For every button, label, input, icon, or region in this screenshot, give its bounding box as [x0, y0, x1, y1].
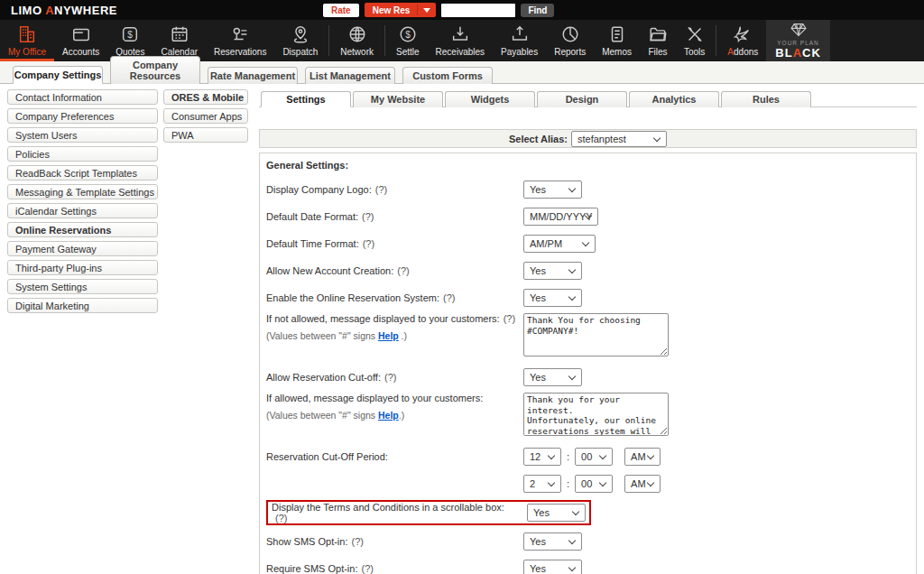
tab-analytics[interactable]: Analytics [629, 91, 719, 107]
nav-receivables[interactable]: Receivables [428, 20, 493, 61]
cut-off-end-ampm-select[interactable]: AM [624, 475, 661, 493]
help-icon[interactable]: (?) [351, 536, 363, 547]
display-company-logo-select[interactable]: Yes [523, 181, 582, 199]
sidebar-item-messaging-template-settings[interactable]: Messaging & Template Settings [7, 184, 158, 199]
tab-rate-management[interactable]: Rate Management [208, 67, 298, 84]
tab-widgets[interactable]: Widgets [445, 91, 535, 107]
plan-accent-letter: A [793, 46, 802, 60]
nav-addons[interactable]: Addons [719, 20, 766, 61]
sidebar-item-company-preferences[interactable]: Company Preferences [7, 108, 158, 124]
help-icon[interactable]: (?) [384, 372, 396, 383]
alias-select[interactable]: stefanptest [571, 131, 667, 147]
allowed-message-textarea[interactable]: Thank you for your interest. Unfortunate… [523, 393, 669, 436]
limo-anywhere-logo[interactable]: LIMO ANYWHERE [11, 4, 117, 17]
sidebar-item-readback-script-templates[interactable]: ReadBack Script Templates [7, 165, 158, 181]
dollar-square-icon: $ [120, 24, 140, 44]
help-icon[interactable]: (?) [362, 211, 374, 222]
sidebar-item-system-settings[interactable]: System Settings [7, 279, 158, 294]
help-icon[interactable]: (?) [504, 313, 515, 324]
cut-off-start-ampm-select[interactable]: AM [624, 448, 661, 466]
select-value: Yes [530, 292, 546, 303]
setting-row-display-company-logo: Display Company Logo:(?) Yes [266, 176, 916, 203]
not-allowed-message-textarea[interactable]: Thank You for choosing #COMPANY#! [523, 313, 669, 356]
help-icon[interactable]: (?) [361, 563, 373, 574]
sidebar-item-contact-information[interactable]: Contact Information [7, 89, 158, 105]
help-link[interactable]: Help [378, 330, 399, 341]
svg-text:$: $ [405, 30, 411, 40]
nav-reports[interactable]: Reports [546, 20, 594, 61]
select-value: Yes [530, 536, 546, 547]
help-icon[interactable]: (?) [443, 292, 455, 303]
nav-my-office[interactable]: My Office [0, 20, 54, 61]
tab-settings[interactable]: Settings [261, 91, 351, 107]
sidebar-item-third-party-plug-ins[interactable]: Third-party Plug-ins [7, 260, 158, 275]
tab-rules[interactable]: Rules [721, 91, 811, 107]
help-link[interactable]: Help [378, 410, 399, 421]
select-value: 00 [581, 451, 592, 462]
find-button[interactable]: Find [521, 4, 554, 17]
tab-custom-forms[interactable]: Custom Forms [402, 67, 493, 84]
select-value: Yes [530, 184, 546, 195]
select-alias-bar: Select Alias: stefanptest [259, 129, 917, 148]
nav-files[interactable]: Files [640, 20, 676, 61]
calendar-icon [170, 24, 189, 44]
nav-network[interactable]: Network [332, 20, 382, 61]
submenu-item-pwa[interactable]: PWA [163, 127, 248, 143]
download-tray-icon [450, 24, 470, 44]
logo-accent-letter: A [45, 4, 54, 17]
show-sms-opt-in-select[interactable]: Yes [523, 532, 582, 551]
rate-button[interactable]: Rate [323, 4, 359, 17]
cut-off-start-minute-select[interactable]: 00 [575, 448, 613, 466]
tab-design[interactable]: Design [537, 91, 627, 107]
tab-my-website[interactable]: My Website [353, 91, 443, 107]
nav-dispatch[interactable]: Dispatch [274, 20, 326, 61]
tab-company-resources[interactable]: Company Resources [110, 56, 200, 84]
submenu-item-consumer-apps[interactable]: Consumer Apps [163, 108, 248, 124]
chevron-down-icon [548, 479, 555, 486]
tab-company-settings[interactable]: Company Settings [13, 66, 103, 84]
enable-online-reservation-system-select[interactable]: Yes [523, 289, 582, 307]
nav-separator [328, 25, 329, 56]
submenu-item-ores-mobile[interactable]: ORES & Mobile [163, 89, 248, 105]
main-content: Settings My Website Widgets Design Analy… [259, 84, 917, 574]
setting-label: Default Date Format: [266, 211, 358, 222]
sidebar-item-online-reservations[interactable]: Online Reservations [7, 222, 158, 237]
plan-small-label: YOUR PLAN [777, 40, 819, 46]
help-icon[interactable]: (?) [397, 265, 409, 276]
cut-off-end-hour-select[interactable]: 2 [523, 475, 561, 493]
content-tab-strip: Settings My Website Widgets Design Analy… [259, 91, 917, 107]
your-plan-black-tile[interactable]: YOUR PLAN BLACK [766, 20, 830, 61]
quick-search-input[interactable] [441, 4, 515, 17]
nav-memos[interactable]: Memos [594, 20, 640, 61]
chevron-down-icon [582, 239, 589, 246]
setting-label: Display Company Logo: [266, 184, 372, 195]
tab-list-management[interactable]: List Management [305, 67, 395, 84]
nav-settle[interactable]: $ Settle [388, 20, 428, 61]
terms-scrollable-box-select[interactable]: Yes [527, 504, 586, 522]
select-value: AM [631, 478, 646, 489]
allow-reservation-cut-off-select[interactable]: Yes [523, 368, 582, 386]
sidebar-item-system-users[interactable]: System Users [7, 127, 158, 143]
require-sms-opt-in-select[interactable]: Yes [523, 560, 582, 574]
default-date-format-select[interactable]: MM/DD/YYYY [523, 208, 598, 226]
new-res-button[interactable]: New Res [365, 3, 437, 17]
addons-text: ddons [734, 47, 758, 57]
new-res-dropdown-arrow[interactable] [417, 5, 436, 15]
sidebar-item-digital-marketing[interactable]: Digital Marketing [7, 298, 158, 313]
chevron-down-icon [653, 134, 661, 141]
cut-off-end-minute-select[interactable]: 00 [575, 475, 613, 493]
help-icon[interactable]: (?) [363, 238, 374, 249]
new-res-label: New Res [373, 5, 411, 15]
nav-accounts[interactable]: Accounts [54, 20, 107, 61]
cut-off-start-hour-select[interactable]: 12 [523, 448, 561, 466]
sidebar-item-policies[interactable]: Policies [7, 146, 158, 162]
help-icon[interactable]: (?) [375, 184, 387, 195]
default-time-format-select[interactable]: AM/PM [523, 235, 596, 253]
sidebar-item-payment-gateway[interactable]: Payment Gateway [7, 241, 158, 256]
allow-new-account-creation-select[interactable]: Yes [523, 262, 582, 280]
nav-tools[interactable]: Tools [676, 20, 713, 61]
nav-payables[interactable]: Payables [493, 20, 546, 61]
help-icon[interactable]: (?) [275, 513, 287, 523]
sidebar-item-icalendar-settings[interactable]: iCalendar Settings [7, 203, 158, 218]
nav-reservations[interactable]: Reservations [206, 20, 274, 61]
